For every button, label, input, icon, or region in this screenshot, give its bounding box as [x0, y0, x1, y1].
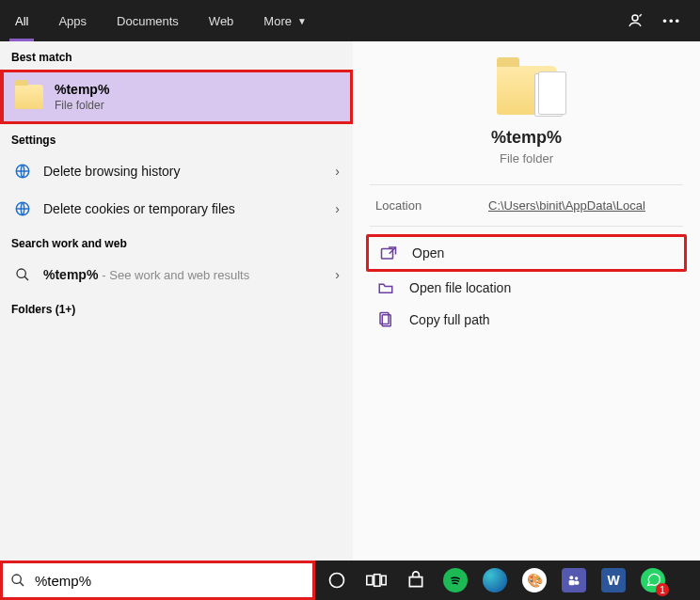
- svg-point-0: [632, 15, 638, 21]
- svg-rect-15: [575, 581, 580, 585]
- svg-point-7: [12, 575, 21, 583]
- taskbar-cortana-icon[interactable]: [325, 568, 349, 592]
- results-pane: Best match %temp% File folder Settings D…: [0, 41, 353, 600]
- folder-open-icon: [375, 279, 396, 296]
- action-copy-path[interactable]: Copy full path: [366, 304, 687, 336]
- svg-point-3: [17, 269, 25, 277]
- action-open-label: Open: [412, 245, 444, 261]
- best-match-result[interactable]: %temp% File folder: [0, 70, 353, 124]
- settings-item-label: Delete browsing history: [43, 164, 335, 179]
- svg-point-12: [569, 576, 573, 579]
- detail-title: %temp%: [491, 128, 562, 148]
- taskbar-store-icon[interactable]: [404, 568, 428, 592]
- tab-all[interactable]: All: [0, 0, 43, 41]
- action-open-location-label: Open file location: [409, 280, 511, 295]
- taskbar-edge-icon[interactable]: [483, 568, 507, 592]
- section-search-web: Search work and web: [0, 228, 353, 256]
- tab-more-label: More: [263, 14, 292, 28]
- chevron-right-icon: ›: [335, 164, 340, 179]
- chevron-right-icon: ›: [335, 201, 340, 216]
- search-icon: [13, 265, 32, 284]
- svg-rect-10: [374, 575, 380, 587]
- action-copy-path-label: Copy full path: [409, 312, 490, 327]
- settings-item-label: Delete cookies or temporary files: [43, 201, 335, 216]
- globe-icon: [13, 199, 32, 218]
- taskbar-word-icon[interactable]: W: [601, 568, 626, 592]
- detail-location-value[interactable]: C:\Users\binit\AppData\Local: [488, 198, 645, 213]
- tab-more[interactable]: More ▼: [248, 0, 322, 41]
- detail-location-row: Location C:\Users\binit\AppData\Local: [353, 185, 700, 226]
- feedback-icon[interactable]: [627, 12, 644, 29]
- copy-icon: [375, 311, 396, 328]
- web-search-term: %temp%: [43, 267, 98, 282]
- globe-icon: [13, 162, 32, 181]
- svg-rect-14: [569, 580, 575, 585]
- notification-badge: 1: [656, 583, 669, 596]
- detail-pane: %temp% File folder Location C:\Users\bin…: [353, 41, 700, 600]
- best-match-subtitle: File folder: [55, 99, 109, 112]
- taskbar: 🎨 W 1: [315, 561, 700, 600]
- taskbar-taskview-icon[interactable]: [364, 568, 389, 592]
- tab-documents[interactable]: Documents: [102, 0, 194, 41]
- section-best-match: Best match: [0, 41, 353, 70]
- action-open[interactable]: Open: [366, 234, 687, 272]
- search-input[interactable]: [31, 567, 305, 594]
- taskbar-teams-icon[interactable]: [562, 568, 586, 592]
- detail-location-label: Location: [375, 198, 488, 213]
- taskbar-whatsapp-icon[interactable]: 1: [641, 568, 665, 592]
- taskbar-paint-icon[interactable]: 🎨: [522, 568, 547, 592]
- section-settings: Settings: [0, 124, 353, 152]
- web-search-suffix: - See work and web results: [102, 268, 335, 282]
- svg-rect-4: [382, 249, 393, 260]
- settings-item-delete-history[interactable]: Delete browsing history ›: [0, 152, 353, 190]
- svg-point-13: [575, 576, 578, 579]
- tab-web[interactable]: Web: [194, 0, 249, 41]
- detail-subtitle: File folder: [500, 151, 553, 166]
- web-search-item[interactable]: %temp% - See work and web results ›: [0, 256, 353, 293]
- svg-rect-9: [367, 576, 373, 584]
- action-open-location[interactable]: Open file location: [366, 272, 687, 304]
- taskbar-spotify-icon[interactable]: [443, 568, 468, 592]
- folder-icon: [497, 66, 557, 115]
- search-box[interactable]: [0, 561, 315, 600]
- search-tabs: All Apps Documents Web More ▼ •••: [0, 0, 700, 41]
- settings-item-delete-cookies[interactable]: Delete cookies or temporary files ›: [0, 190, 353, 228]
- chevron-down-icon: ▼: [297, 16, 307, 26]
- tab-apps[interactable]: Apps: [43, 0, 102, 41]
- open-icon: [378, 245, 399, 261]
- folder-icon: [15, 85, 43, 109]
- options-icon[interactable]: •••: [662, 14, 681, 28]
- chevron-right-icon: ›: [335, 267, 340, 282]
- svg-point-8: [330, 574, 344, 588]
- best-match-title: %temp%: [55, 82, 109, 97]
- svg-rect-11: [382, 576, 387, 584]
- section-folders[interactable]: Folders (1+): [0, 293, 353, 322]
- search-icon: [10, 573, 25, 588]
